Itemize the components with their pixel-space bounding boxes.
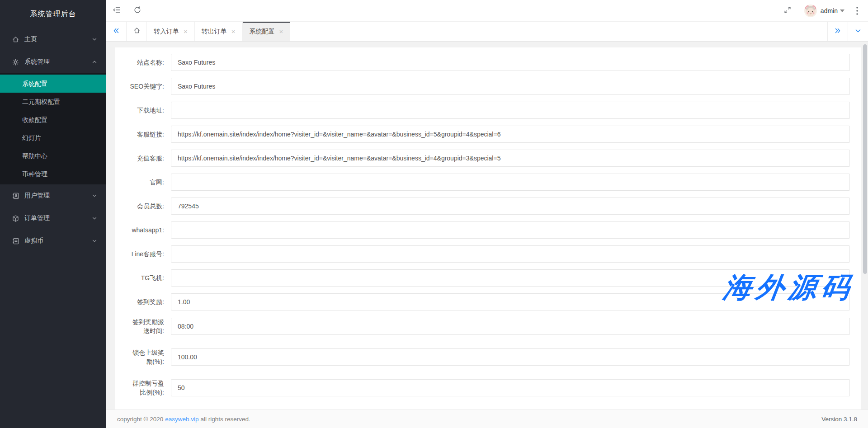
system-config-card: 站点名称:SEO关键字:下载地址:客服链接:充值客服:官网:会员总数:whats… (115, 47, 861, 409)
field-label-signin-reward: 签到奖励: (127, 297, 164, 306)
chevron-down-icon (92, 37, 97, 42)
field-label-whatsapp1: whatsapp1: (127, 226, 164, 235)
orders-icon (12, 215, 19, 222)
sidebar-subitem-system-config[interactable]: 系统配置 (0, 75, 106, 93)
chevron-down-icon (854, 27, 862, 36)
top-header: admin (106, 0, 868, 22)
sidebar-item-virtual-currency[interactable]: 虚拟币 (0, 230, 106, 252)
double-chevron-right-icon (834, 27, 841, 36)
sidebar-nav: 主页系统管理系统配置二元期权配置收款配置幻灯片帮助中心币种管理用户管理订单管理虚… (0, 28, 106, 252)
sidebar-subitem-help-center[interactable]: 帮助中心 (0, 147, 106, 165)
form-field-row: 签到奖励派送时间: (127, 317, 850, 335)
tab-transfer-in-orders[interactable]: 转入订单× (147, 22, 195, 41)
tab-label: 系统配置 (250, 28, 275, 36)
form-field-row: 锁仓上级奖励(%): (127, 348, 850, 366)
field-input-lock-upline-reward[interactable] (171, 348, 850, 366)
sidebar-item-label: 用户管理 (24, 192, 50, 200)
app-title: 系统管理后台 (0, 0, 106, 28)
sidebar-item-label: 虚拟币 (24, 237, 43, 245)
content-area: 站点名称:SEO关键字:下载地址:客服链接:充值客服:官网:会员总数:whats… (106, 42, 868, 409)
sidebar-item-user-management[interactable]: 用户管理 (0, 184, 106, 207)
collapse-sidebar-icon (112, 5, 121, 16)
field-label-site-name: 站点名称: (127, 58, 164, 67)
sidebar-item-home[interactable]: 主页 (0, 28, 106, 51)
chevron-down-icon (92, 193, 97, 198)
footer: copyright © 2020 easyweb.vip all rights … (106, 409, 868, 428)
form-field-row: TG飞机: (127, 269, 850, 287)
field-input-service-link[interactable] (171, 126, 850, 143)
form-field-row: 会员总数: (127, 198, 850, 215)
username[interactable]: admin (821, 7, 838, 14)
tabs-strip: 转入订单×转出订单×系统配置× (147, 22, 290, 41)
field-label-download-url: 下载地址: (127, 106, 164, 115)
scrollbar-thumb[interactable] (863, 44, 867, 274)
field-input-official-site[interactable] (171, 174, 850, 191)
form-field-row: 下载地址: (127, 102, 850, 119)
sidebar-subitem-binary-options-config[interactable]: 二元期权配置 (0, 93, 106, 111)
gear-icon (12, 58, 19, 66)
home-icon (12, 36, 19, 43)
field-input-seo-keywords[interactable] (171, 78, 850, 95)
field-input-site-name[interactable] (171, 54, 850, 71)
field-input-download-url[interactable] (171, 102, 850, 119)
more-options-button[interactable] (851, 7, 863, 15)
copyright-suffix: all rights reserved. (201, 416, 250, 423)
refresh-icon (133, 6, 142, 16)
chevron-down-icon (92, 238, 97, 244)
tab-close-icon[interactable]: × (279, 28, 283, 35)
form-field-row: whatsapp1: (127, 221, 850, 239)
field-label-signin-reward-time: 签到奖励派送时间: (127, 317, 164, 335)
tabs-scroll-left-button[interactable] (106, 22, 127, 41)
users-icon (12, 192, 19, 200)
tabs-scroll-right-button[interactable] (827, 22, 848, 41)
tab-transfer-out-orders[interactable]: 转出订单× (195, 22, 243, 41)
field-label-lock-upline-reward: 锁仓上级奖励(%): (127, 348, 164, 366)
footer-site-link[interactable]: easyweb.vip (165, 416, 198, 423)
sidebar-subitem-slideshow[interactable]: 幻灯片 (0, 129, 106, 147)
form-field-row: 群控制亏盈比例(%): (127, 379, 850, 397)
refresh-button[interactable] (127, 0, 148, 21)
form-field-row: Line客服号: (127, 245, 850, 263)
tab-home[interactable] (127, 22, 147, 41)
field-label-member-total: 会员总数: (127, 202, 164, 211)
field-label-service-link: 客服链接: (127, 130, 164, 139)
tab-close-icon[interactable]: × (184, 28, 188, 35)
sidebar-item-system[interactable]: 系统管理 (0, 51, 106, 73)
field-input-line-service[interactable] (171, 245, 850, 263)
sidebar-item-label: 主页 (24, 35, 37, 43)
tab-label: 转出订单 (202, 28, 227, 36)
form-field-row: 签到奖励: (127, 293, 850, 310)
fullscreen-icon (783, 6, 792, 16)
collapse-sidebar-button[interactable] (106, 0, 127, 21)
avatar[interactable] (804, 5, 817, 17)
fullscreen-button[interactable] (777, 0, 798, 21)
sidebar: 系统管理后台 主页系统管理系统配置二元期权配置收款配置幻灯片帮助中心币种管理用户… (0, 0, 106, 428)
tab-system-config[interactable]: 系统配置× (243, 22, 291, 41)
field-input-whatsapp1[interactable] (171, 221, 850, 239)
sidebar-subitem-label: 帮助中心 (22, 152, 47, 160)
sidebar-subitem-label: 幻灯片 (22, 134, 41, 141)
form-field-row: 客服链接: (127, 126, 850, 143)
chevron-up-icon (92, 59, 97, 65)
sidebar-item-label: 系统管理 (24, 58, 50, 66)
tab-close-icon[interactable]: × (231, 28, 236, 35)
sidebar-subitem-currency-management[interactable]: 币种管理 (0, 165, 106, 183)
field-input-signin-reward-time[interactable] (171, 318, 850, 335)
field-input-tg-telegram[interactable] (171, 269, 850, 287)
tabs-menu-button[interactable] (848, 22, 868, 41)
form-field-row: 官网: (127, 174, 850, 191)
field-label-seo-keywords: SEO关键字: (127, 82, 164, 91)
field-input-signin-reward[interactable] (171, 293, 850, 310)
field-label-group-control-ratio: 群控制亏盈比例(%): (127, 379, 164, 397)
sidebar-item-order-management[interactable]: 订单管理 (0, 207, 106, 230)
field-label-official-site: 官网: (127, 178, 164, 187)
sidebar-subitem-label: 收款配置 (22, 116, 47, 123)
field-input-member-total[interactable] (171, 198, 850, 215)
sidebar-subitem-payment-config[interactable]: 收款配置 (0, 111, 106, 129)
field-input-recharge-service[interactable] (171, 150, 850, 167)
sidebar-subitem-label: 二元期权配置 (22, 98, 60, 105)
field-label-line-service: Line客服号: (127, 249, 164, 259)
user-menu-caret-icon[interactable] (840, 9, 844, 12)
sidebar-submenu: 系统配置二元期权配置收款配置幻灯片帮助中心币种管理 (0, 73, 106, 184)
field-input-group-control-ratio[interactable] (171, 379, 850, 396)
